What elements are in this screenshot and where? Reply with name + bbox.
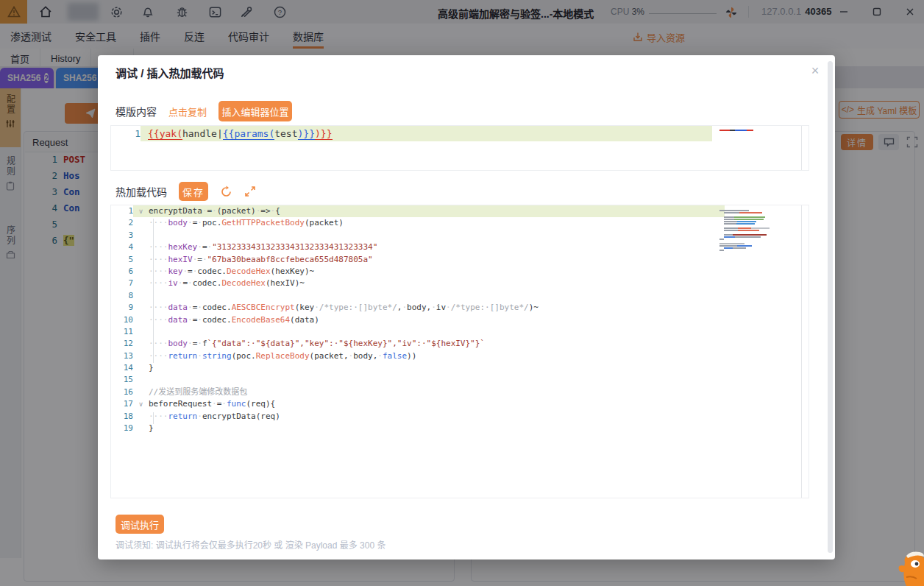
modal-close-icon[interactable]: ×	[807, 63, 823, 79]
debug-run-button[interactable]: 调试执行	[115, 515, 164, 534]
hotcode-section-label: 热加载代码	[115, 184, 167, 199]
code-line: 15	[111, 374, 808, 386]
template-code-editor[interactable]: 1{{yak(handle|{{params(test)}})}}	[110, 125, 809, 171]
code-line: 13····return·string(poc.ReplaceBody(pack…	[111, 350, 808, 362]
expand-icon[interactable]	[244, 186, 257, 198]
code-line: 5····hexIV·=·"67ba30beaabf8ccfebeca655d4…	[111, 254, 808, 266]
yakit-window: ? 高级前端加解密与验签...-本地模式 CPU 3% 127.0.0.1403…	[0, 0, 924, 586]
code-line: 6····key·=·codec.DecodeHex(hexKey)~	[111, 266, 808, 278]
code-line: 11	[111, 326, 808, 338]
template-section-label: 模版内容	[115, 104, 157, 119]
save-button[interactable]: 保存	[179, 182, 208, 201]
hotpatch-modal: 调试 / 插入热加载代码 × 模版内容 点击复制 插入编辑器位置 1{{yak(…	[98, 55, 835, 559]
insert-to-editor-button[interactable]: 插入编辑器位置	[218, 101, 292, 121]
code-line: 14}	[111, 362, 808, 374]
code-line: 16//发送到服务端修改数据包	[111, 386, 808, 398]
yak-mascot[interactable]	[898, 549, 924, 586]
code-line: 12····body·=·f`{"data":·"${data}","key":…	[111, 338, 808, 350]
code-line: 18····return·encryptData(req)	[111, 411, 808, 423]
code-line: 8	[111, 290, 808, 302]
code-line: 1{{yak(handle|{{params(test)}})}}	[111, 126, 808, 141]
code-line: 7····iv·=·codec.DecodeHex(hexIV)~	[111, 278, 808, 289]
minimap	[719, 209, 770, 252]
hotcode-editor[interactable]: 1∨encryptData·=·(packet)·=>·{2····body·=…	[110, 205, 809, 498]
debug-note: 调试须知: 调试执行将会仅最多执行20秒 或 渲染 Payload 最多 300…	[115, 538, 385, 551]
indent-guide	[153, 412, 154, 424]
refresh-icon[interactable]	[220, 186, 232, 198]
modal-title: 调试 / 插入热加载代码	[115, 65, 224, 80]
modal-scrollbar[interactable]	[828, 61, 833, 553]
code-line: 19}	[111, 423, 808, 434]
code-line: 9····data·=·codec.AESCBCEncrypt(key·/*ty…	[111, 302, 808, 314]
indent-guide	[153, 219, 154, 363]
minimap	[719, 130, 770, 133]
code-line: 3	[111, 230, 808, 241]
code-line: 17∨beforeRequest·=·func(req){	[111, 398, 808, 410]
code-line: 2····body·=·poc.GetHTTPPacketBody(packet…	[111, 217, 808, 229]
copy-template-link[interactable]: 点击复制	[168, 105, 207, 119]
code-line: 4····hexKey·=·"3132333431323334313233343…	[111, 241, 808, 253]
code-line: 1∨encryptData·=·(packet)·=>·{	[111, 205, 808, 217]
code-line: 10····data·=·codec.EncodeBase64(data)	[111, 314, 808, 326]
